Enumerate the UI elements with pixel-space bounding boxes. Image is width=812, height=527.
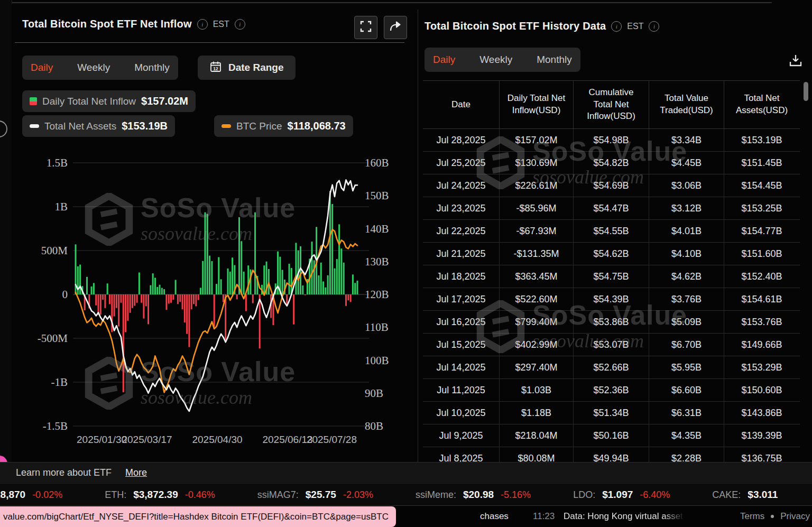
table-row[interactable]: Jul 18,2025$363.45M$54.75B$4.62B$152.40B [423, 265, 800, 288]
table-row[interactable]: Jul 23,2025-$85.96M$54.47B$3.12B$153.25B [423, 197, 800, 220]
legend-btc-price[interactable]: BTC Price $118,068.73 [214, 115, 353, 137]
table-scrollbar[interactable] [804, 82, 808, 101]
tab-daily[interactable]: Daily [430, 54, 458, 66]
tab-monthly[interactable]: Monthly [533, 54, 575, 66]
svg-text:140B: 140B [365, 223, 389, 235]
table-row[interactable]: Jul 14,2025$297.40M$52.66B$5.95B$153.29B [423, 356, 800, 379]
table-row[interactable]: Jul 16,2025$799.40M$53.86B$5.09B$153.76B [423, 311, 800, 334]
assets-cell: $152.40B [724, 265, 799, 288]
cumulative-cell: $54.47B [574, 197, 649, 219]
svg-text:90B: 90B [365, 387, 383, 400]
legend-net-assets[interactable]: Total Net Assets $153.19B [22, 115, 175, 137]
date-cell: Jul 18,2025 [423, 265, 500, 288]
assets-cell: $154.61B [724, 288, 799, 310]
svg-text:2025/07/28: 2025/07/28 [307, 434, 357, 445]
table-row[interactable]: Jul 9,2025$218.04M$50.16B$4.35B$139.39B [423, 424, 800, 447]
header-underline [15, 42, 404, 43]
tab-daily[interactable]: Daily [27, 62, 56, 73]
date-range-button[interactable]: 12 Date Range [198, 56, 296, 80]
inflow-cell: -$85.96M [500, 197, 574, 219]
news-fragment: chases [480, 511, 509, 522]
etf-inflow-chart[interactable]: 1.5B1B500M0-500M-1B-1.5B160B150B140B130B… [16, 151, 408, 458]
info-icon[interactable]: i [197, 19, 208, 30]
ticker-item[interactable]: ETH:$3,872.39-0.46% [105, 489, 215, 501]
table-row[interactable]: Jul 25,2025$130.69M$54.82B$4.45B$151.45B [423, 152, 800, 174]
cumulative-cell: $51.34B [574, 402, 649, 424]
news-headline[interactable]: Data: Hong Kong virtual asset E [564, 511, 685, 522]
table-row[interactable]: Jul 11,2025$1.03B$52.36B$6.60B$150.60B [423, 379, 800, 402]
traded-cell: $4.45B [649, 152, 724, 174]
assets-cell: $143.86B [724, 402, 799, 424]
tab-weekly[interactable]: Weekly [476, 54, 515, 66]
svg-text:2025/03/17: 2025/03/17 [122, 434, 172, 445]
timezone-label: EST [627, 22, 643, 31]
more-link[interactable]: More [125, 467, 147, 478]
svg-text:160B: 160B [365, 156, 389, 169]
table-row[interactable]: Jul 8,2025$80.08M$49.94B$2.28B$136.75B [423, 447, 800, 462]
sosovalue-dashboard: Total Bitcoin Spot ETF Net Inflow i EST … [0, 0, 812, 527]
assets-cell: $153.19B [724, 129, 799, 151]
assets-cell: $150.60B [724, 379, 799, 401]
svg-text:2025/04/30: 2025/04/30 [192, 434, 242, 445]
ticker-item[interactable]: 18,870-0.02% [0, 489, 62, 501]
date-cell: Jul 28,2025 [423, 129, 500, 151]
ticker-item[interactable]: ssiMeme:$20.98-5.16% [416, 489, 531, 501]
ticker-change: -2.03% [343, 489, 373, 501]
cumulative-cell: $54.39B [574, 288, 649, 310]
privacy-link[interactable]: Privacy [780, 511, 810, 522]
table-row[interactable]: Jul 24,2025$226.61M$54.69B$3.06B$154.45B [423, 174, 800, 197]
traded-cell: $4.01B [649, 220, 724, 242]
table-row[interactable]: Jul 10,2025$1.18B$51.34B$6.31B$143.86B [423, 402, 800, 424]
cumulative-cell: $49.94B [574, 447, 649, 462]
table-row[interactable]: Jul 15,2025$402.99M$53.07B$6.70B$149.66B [423, 334, 800, 356]
fullscreen-button[interactable] [354, 16, 377, 39]
date-cell: Jul 10,2025 [423, 402, 500, 424]
cumulative-cell: $52.36B [574, 379, 649, 401]
date-cell: Jul 24,2025 [423, 174, 500, 197]
ticker-price: $20.98 [463, 489, 494, 501]
info-icon[interactable]: i [649, 21, 659, 32]
legend-daily-inflow[interactable]: Daily Total Net Inflow $157.02M [22, 90, 196, 112]
inflow-cell: $1.03B [500, 379, 574, 401]
ticker-item[interactable]: ssiMAG7:$25.75-2.03% [257, 489, 373, 501]
assets-cell: $136.75B [724, 447, 799, 462]
table-row[interactable]: Jul 28,2025$157.02M$54.98B$3.34B$153.19B [423, 129, 800, 152]
date-cell: Jul 21,2025 [423, 243, 500, 265]
assets-cell: $151.60B [724, 243, 799, 265]
tab-weekly[interactable]: Weekly [74, 62, 113, 73]
assets-cell: $154.77B [724, 220, 799, 242]
share-button[interactable] [384, 16, 407, 39]
ticker-price: $25.75 [306, 489, 336, 501]
ticker-item[interactable]: CAKE:$3.011 [712, 489, 778, 501]
table-row[interactable]: Jul 22,2025-$67.93M$54.55B$4.01B$154.77B [423, 220, 800, 243]
table-row[interactable]: Jul 21,2025-$131.35M$54.62B$4.10B$151.60… [423, 243, 800, 265]
ticker-symbol: ssiMAG7: [257, 489, 299, 501]
column-header: Total Net Assets(USD) [724, 81, 799, 128]
info-icon[interactable]: i [611, 21, 622, 32]
green-red-split-icon [30, 97, 37, 105]
info-icon[interactable]: i [235, 19, 245, 30]
tab-monthly[interactable]: Monthly [131, 62, 173, 73]
svg-text:110B: 110B [365, 321, 389, 334]
net-inflow-title: Total Bitcoin Spot ETF Net Inflow [22, 18, 192, 30]
chart-canvas: 1.5B1B500M0-500M-1B-1.5B160B150B140B130B… [16, 151, 408, 458]
legend-label: Total Net Assets [44, 121, 116, 132]
ticker-item[interactable]: LDO:$1.097-6.40% [573, 489, 670, 501]
inflow-cell: $157.02M [500, 129, 574, 151]
legend-value: $157.02M [141, 95, 188, 107]
share-icon [389, 20, 402, 35]
ticker-price: $3,872.39 [133, 489, 178, 501]
legend-label: BTC Price [236, 121, 282, 132]
download-button[interactable] [788, 53, 804, 71]
assets-cell: $153.29B [724, 356, 799, 378]
table-row[interactable]: Jul 17,2025$522.60M$54.39B$3.76B$154.61B [423, 288, 800, 311]
traded-cell: $6.70B [649, 334, 724, 356]
edge-ring-widget[interactable] [0, 121, 7, 137]
terms-link[interactable]: Terms [740, 511, 764, 522]
inflow-cell: $226.61M [500, 174, 574, 197]
assets-cell: $154.45B [724, 174, 799, 197]
cumulative-cell: $54.82B [574, 152, 649, 174]
history-data-panel: Total Bitcoin Spot ETF History Data i ES… [418, 4, 812, 462]
legend-value: $153.19B [122, 120, 168, 132]
date-cell: Jul 23,2025 [423, 197, 500, 219]
